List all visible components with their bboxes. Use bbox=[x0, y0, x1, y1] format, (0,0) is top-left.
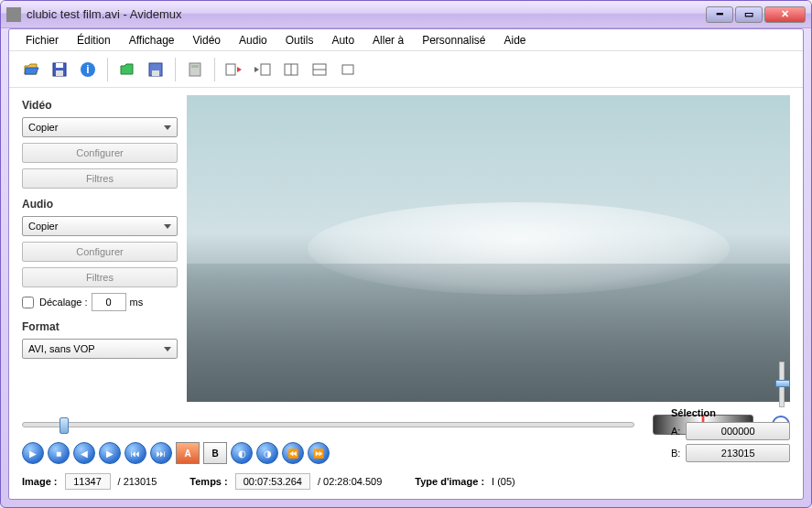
preview-in-icon bbox=[225, 61, 244, 78]
maximize-button[interactable]: ▭ bbox=[735, 6, 763, 23]
titlebar[interactable]: clubic test film.avi - Avidemux ━ ▭ ✕ bbox=[1, 1, 811, 28]
offset-label: Décalage : bbox=[39, 297, 88, 308]
prev-keyframe-button[interactable]: ⏮ bbox=[125, 442, 146, 464]
menu-outils[interactable]: Outils bbox=[276, 31, 323, 49]
next-frame-button[interactable]: ▶ bbox=[99, 442, 121, 464]
menu-audio[interactable]: Audio bbox=[230, 31, 276, 49]
svg-rect-9 bbox=[226, 64, 235, 75]
audio-configure-button[interactable]: Configurer bbox=[22, 242, 178, 262]
menu-aide[interactable]: Aide bbox=[495, 31, 536, 49]
floppy-icon bbox=[51, 61, 68, 78]
marker-b-button[interactable]: 213015 bbox=[686, 444, 790, 462]
status-bar: Image : 11347 / 213015 Temps : 00:07:53.… bbox=[9, 468, 803, 499]
prev-black-button[interactable]: ◐ bbox=[231, 442, 253, 464]
close-button[interactable]: ✕ bbox=[764, 6, 806, 23]
main-area: Vidéo Copier Configurer Filtres Audio Co… bbox=[9, 88, 803, 405]
audio-filters-button[interactable]: Filtres bbox=[22, 267, 178, 287]
offset-unit: ms bbox=[130, 297, 144, 308]
audio-offset-row: Décalage : ms bbox=[22, 293, 178, 311]
last-frame-button[interactable]: ⏩ bbox=[308, 442, 330, 464]
marker-b-label: B: bbox=[671, 448, 680, 459]
svg-rect-6 bbox=[152, 70, 159, 76]
menu-affichage[interactable]: Affichage bbox=[120, 31, 184, 49]
play-button[interactable]: ▶ bbox=[22, 442, 44, 464]
seek-slider[interactable] bbox=[22, 422, 634, 427]
selection-label: Sélection bbox=[671, 407, 790, 418]
time-label: Temps : bbox=[189, 476, 227, 487]
folder-green-icon bbox=[119, 61, 135, 78]
svg-rect-15 bbox=[342, 65, 353, 74]
frame-label: Image : bbox=[22, 476, 58, 487]
preview-input-button[interactable] bbox=[222, 57, 247, 82]
frame-total: / 213015 bbox=[118, 476, 157, 487]
folder-open-icon bbox=[23, 61, 39, 78]
format-combo[interactable]: AVI, sans VOP bbox=[22, 339, 178, 359]
next-keyframe-button[interactable]: ⏭ bbox=[150, 442, 172, 464]
calculator-button[interactable] bbox=[182, 57, 208, 82]
split-horiz-icon bbox=[311, 61, 328, 78]
audio-codec-combo[interactable]: Copier bbox=[22, 216, 178, 236]
stop-button[interactable]: ■ bbox=[48, 442, 70, 464]
frame-current[interactable]: 11347 bbox=[65, 473, 111, 490]
time-total: / 02:28:04.509 bbox=[318, 476, 382, 487]
volume-thumb[interactable] bbox=[775, 380, 790, 387]
menu-auto[interactable]: Auto bbox=[322, 31, 363, 49]
video-codec-combo[interactable]: Copier bbox=[22, 117, 178, 137]
frametype-value: I (05) bbox=[492, 476, 515, 487]
minimize-button[interactable]: ━ bbox=[706, 6, 733, 23]
svg-rect-10 bbox=[261, 64, 270, 75]
info-icon: i bbox=[80, 61, 96, 78]
marker-a-button[interactable]: 000000 bbox=[686, 422, 790, 440]
menu-edition[interactable]: Édition bbox=[68, 31, 120, 49]
window-title: clubic test film.avi - Avidemux bbox=[27, 7, 706, 21]
info-button[interactable]: i bbox=[75, 57, 101, 82]
window-controls: ━ ▭ ✕ bbox=[706, 6, 806, 23]
volume-slider[interactable] bbox=[779, 362, 785, 407]
menu-bar: Fichier Édition Affichage Vidéo Audio Ou… bbox=[9, 29, 803, 51]
audio-section-label: Audio bbox=[22, 198, 178, 211]
layout-split-button[interactable] bbox=[278, 57, 304, 82]
layout-stack-button[interactable] bbox=[307, 57, 332, 82]
client-area: Fichier Édition Affichage Vidéo Audio Ou… bbox=[8, 28, 804, 500]
separator bbox=[214, 58, 215, 81]
set-marker-a-button[interactable]: A bbox=[176, 442, 200, 464]
menu-personnalise[interactable]: Personnalisé bbox=[413, 31, 494, 49]
preview-output-button[interactable] bbox=[250, 57, 276, 82]
load-script-button[interactable] bbox=[114, 57, 140, 82]
layout-single-button[interactable] bbox=[335, 57, 361, 82]
video-configure-button[interactable]: Configurer bbox=[22, 143, 178, 163]
app-icon bbox=[6, 7, 21, 22]
calculator-icon bbox=[187, 61, 203, 78]
menu-fichier[interactable]: Fichier bbox=[16, 31, 68, 49]
save-button[interactable] bbox=[47, 57, 72, 82]
svg-rect-2 bbox=[56, 70, 63, 76]
sidebar: Vidéo Copier Configurer Filtres Audio Co… bbox=[22, 95, 178, 402]
video-section-label: Vidéo bbox=[22, 99, 178, 112]
app-window: clubic test film.avi - Avidemux ━ ▭ ✕ Fi… bbox=[0, 0, 812, 508]
single-icon bbox=[340, 61, 356, 78]
video-preview bbox=[187, 95, 790, 402]
prev-frame-button[interactable]: ◀ bbox=[73, 442, 95, 464]
save-script-button[interactable] bbox=[143, 57, 168, 82]
open-button[interactable] bbox=[18, 57, 44, 82]
menu-allera[interactable]: Aller à bbox=[363, 31, 413, 49]
next-black-button[interactable]: ◑ bbox=[256, 442, 278, 464]
offset-input[interactable] bbox=[92, 293, 126, 311]
time-current[interactable]: 00:07:53.264 bbox=[235, 473, 310, 490]
separator bbox=[107, 58, 108, 81]
offset-checkbox[interactable] bbox=[22, 297, 34, 308]
toolbar: i bbox=[9, 51, 803, 88]
seek-thumb[interactable] bbox=[60, 417, 69, 434]
selection-panel: Sélection A: 000000 B: 213015 bbox=[671, 407, 790, 466]
svg-rect-8 bbox=[191, 65, 199, 68]
marker-a-label: A: bbox=[671, 426, 680, 437]
separator bbox=[175, 58, 176, 81]
set-marker-b-button[interactable]: B bbox=[203, 442, 227, 464]
first-frame-button[interactable]: ⏪ bbox=[282, 442, 304, 464]
split-vert-icon bbox=[283, 61, 299, 78]
svg-text:i: i bbox=[86, 63, 89, 76]
floppy-small-icon bbox=[147, 61, 164, 78]
preview-out-icon bbox=[254, 61, 272, 78]
menu-video[interactable]: Vidéo bbox=[184, 31, 230, 49]
video-filters-button[interactable]: Filtres bbox=[22, 168, 178, 189]
